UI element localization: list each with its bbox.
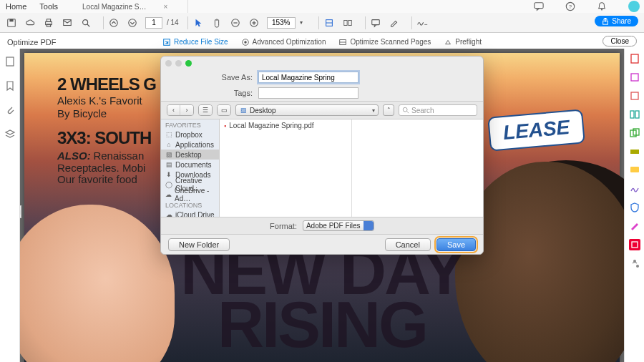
share-label: Share [612,17,631,25]
page-up-icon[interactable] [108,17,119,29]
tags-input[interactable] [258,87,358,99]
svg-text:?: ? [569,4,572,10]
page-number-input[interactable] [145,17,162,29]
svg-line-45 [407,112,409,114]
close-optimize-button[interactable]: Close [602,36,637,47]
favorites-header: Favorites [161,119,219,129]
svg-point-43 [636,265,639,268]
chat-icon[interactable] [534,1,544,11]
menu-tools[interactable]: Tools [39,2,58,11]
dialog-search[interactable]: Search [399,104,477,116]
comment-icon[interactable] [370,17,381,29]
comment-tool-icon[interactable] [629,165,640,176]
bell-icon[interactable] [597,1,607,11]
zoom-out-icon[interactable] [230,17,241,29]
release-badge: LEASE [487,109,585,151]
print-icon[interactable] [43,17,54,29]
sign-icon[interactable] [416,17,428,29]
layers-icon[interactable] [4,129,16,140]
sidebar-applications[interactable]: ⌂Applications [161,140,219,150]
headline-2: 3X3: SOUTH [57,128,151,148]
file-browser: Favorites ⬚Dropbox ⌂Applications ▧Deskto… [161,119,483,217]
menu-home[interactable]: Home [6,2,26,11]
advanced-optimization-button[interactable]: Advanced Optimization [241,38,326,47]
optimize-scanned-button[interactable]: Optimize Scanned Pages [338,38,431,47]
format-select[interactable]: Adobe PDF Files [303,220,374,231]
mail-icon[interactable] [62,17,73,29]
tab-title: Local Magazine S… [82,3,147,11]
main-toolbar: / 14 ▾ Share [0,13,644,33]
svg-rect-36 [635,111,639,118]
share-button[interactable]: Share [595,16,638,26]
svg-point-12 [110,19,118,26]
optimize-title: Optimize PDF [7,38,56,47]
enhance-icon[interactable] [629,220,640,232]
file-column-2[interactable] [352,119,484,217]
window-close-icon[interactable] [165,60,172,67]
reduce-file-size-button[interactable]: Reduce File Size [162,38,228,47]
svg-point-44 [403,107,407,112]
save-icon[interactable] [6,17,17,29]
preflight-button[interactable]: Preflight [444,38,482,47]
svg-rect-31 [6,57,14,66]
attachment-icon[interactable] [4,104,16,116]
fit-width-icon[interactable] [323,17,335,29]
edit-pdf-icon[interactable] [629,72,640,83]
sidebar-icloud[interactable]: ☁iCloud Drive [161,210,219,217]
fill-sign-icon[interactable] [629,183,640,195]
export-pdf-icon[interactable] [629,90,640,102]
collapse-browser-icon[interactable]: ˄ [383,104,394,116]
select-tool-icon[interactable] [192,17,204,29]
organize-icon[interactable] [629,109,640,120]
cover-title: NEW DAYRISING [24,246,620,352]
help-icon[interactable]: ? [565,1,575,11]
nav-back-forward[interactable]: ‹› [167,104,194,116]
sidebar-documents[interactable]: ▤Documents [161,160,219,170]
app-menubar: Home Tools Local Magazine S… × ? [0,0,644,13]
close-tab-icon[interactable]: × [164,3,168,11]
more-tools-icon[interactable] [629,258,640,269]
group-segment[interactable]: ▭ [217,104,231,116]
window-minimize-icon[interactable] [175,60,182,67]
svg-point-10 [83,19,88,24]
new-folder-button[interactable]: New Folder [168,238,230,251]
document-tab[interactable]: Local Magazine S… × [75,0,188,14]
save-button[interactable]: Save [436,238,476,251]
svg-rect-35 [630,111,634,118]
cancel-button[interactable]: Cancel [385,238,431,251]
collapse-left-icon[interactable]: ◀ [20,205,21,218]
redact-icon[interactable] [629,146,640,157]
zoom-dropdown-icon[interactable]: ▾ [296,17,307,29]
svg-rect-33 [631,74,638,81]
cloud-icon[interactable] [24,17,36,29]
window-zoom-icon[interactable] [185,60,192,67]
pdf-file-icon: ▪ [224,122,226,129]
svg-rect-21 [343,20,346,25]
page-down-icon[interactable] [127,17,138,29]
optimize-pdf-icon[interactable] [629,239,640,250]
user-avatar[interactable] [628,1,640,12]
svg-rect-39 [630,150,639,154]
location-select[interactable]: ▧ Desktop [235,104,379,116]
saveas-label: Save As: [168,73,258,82]
fit-page-icon[interactable] [342,17,353,29]
file-item[interactable]: ▪ Local Magazine Spring.pdf [224,122,347,129]
zoom-in-icon[interactable] [248,17,260,29]
hand-tool-icon[interactable] [211,17,223,29]
zoom-input[interactable] [267,17,296,29]
create-pdf-icon[interactable] [629,53,640,64]
highlight-icon[interactable] [389,17,400,29]
thumbnails-icon[interactable] [4,56,16,67]
bookmark-icon[interactable] [4,80,16,92]
sidebar-onedrive[interactable]: ☁OneDrive - Ad… [161,190,219,200]
sidebar-desktop[interactable]: ▧Desktop [161,150,219,160]
sidebar-dropbox[interactable]: ⬚Dropbox [161,129,219,140]
svg-point-28 [244,41,246,43]
search-icon[interactable] [80,17,92,29]
view-mode-segment[interactable]: ☰ [198,104,213,116]
saveas-input[interactable] [258,72,358,83]
file-column-1[interactable]: ▪ Local Magazine Spring.pdf [220,119,352,217]
svg-line-11 [87,24,90,26]
combine-icon[interactable] [629,127,640,139]
protect-icon[interactable] [629,202,640,213]
